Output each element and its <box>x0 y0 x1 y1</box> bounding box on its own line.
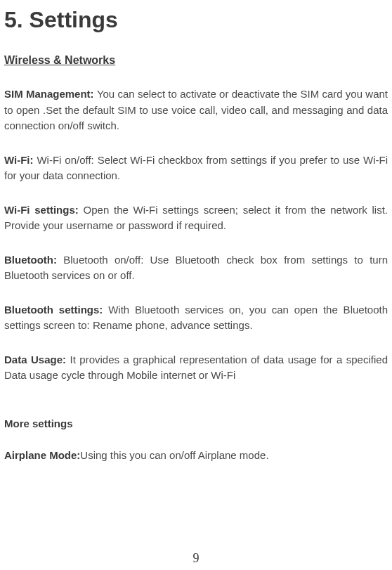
para-label: SIM Management: <box>4 88 97 100</box>
page-number: 9 <box>193 551 200 566</box>
para-label: Wi-Fi settings: <box>4 204 84 216</box>
para-label: Data Usage: <box>4 354 70 365</box>
para-label: Bluetooth: <box>4 254 63 266</box>
para-wifi-settings: Wi-Fi settings: Open the Wi-Fi settings … <box>4 202 388 234</box>
para-text: Using this you can on/off Airplane mode. <box>80 449 268 461</box>
para-data-usage: Data Usage: It provides a graphical repr… <box>4 352 388 384</box>
section-heading-more: More settings <box>4 417 388 429</box>
para-wifi: Wi-Fi: Wi-Fi on/off: Select Wi-Fi checkb… <box>4 153 388 184</box>
para-text: Wi-Fi on/off: Select Wi-Fi checkbox from… <box>4 154 388 182</box>
para-sim-management: SIM Management: You can select to activa… <box>4 86 388 134</box>
section-heading-wireless: Wireless & Networks <box>4 54 388 67</box>
para-bluetooth: Bluetooth: Bluetooth on/off: Use Bluetoo… <box>4 252 388 284</box>
para-airplane-mode: Airplane Mode:Using this you can on/off … <box>4 448 388 464</box>
para-label: Wi-Fi: <box>4 154 37 166</box>
para-bluetooth-settings: Bluetooth settings: With Bluetooth servi… <box>4 302 388 334</box>
para-label: Airplane Mode: <box>4 449 80 461</box>
page-heading: 5. Settings <box>4 7 388 33</box>
para-label: Bluetooth settings: <box>4 304 108 316</box>
